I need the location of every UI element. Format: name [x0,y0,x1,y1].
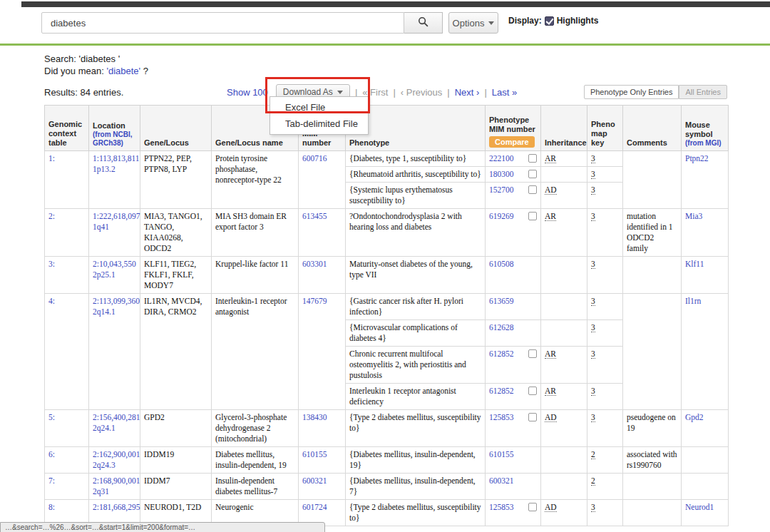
mim-number-link[interactable]: 610155 [302,450,327,459]
header-mouse-symbol: Mouse symbol (from MGI) [682,106,729,151]
phenotype-mim-link[interactable]: 610508 [489,259,514,270]
entries-view-toggle: Phenotype Only Entries All Entries [584,85,727,99]
pheno-map-key-value: 3 [591,503,595,512]
genomic-context-link[interactable]: 7: [48,476,55,485]
show-100-link[interactable]: Show 100 [227,87,268,98]
phenotype-cell: {Diabetes, type 1, susceptibility to} [346,151,486,167]
header-comments: Comments [623,106,682,151]
genomic-context-link[interactable]: 4: [48,297,55,305]
mim-number-link[interactable]: 600321 [302,476,327,485]
phenotype-cell: {Type 2 diabetes mellitus, susceptibilit… [346,500,486,526]
search-bar: Options [41,12,498,34]
genomic-context-link[interactable]: 5: [48,413,55,421]
compare-checkbox[interactable] [528,413,537,421]
table-header-row: Genomic context table Location (from NCB… [45,106,729,151]
mouse-symbol-link[interactable]: Neurod1 [685,503,714,511]
phenotype-mim-link[interactable]: 619269 [489,211,514,222]
phenotype-mim-link[interactable]: 125853 [489,412,514,423]
location-link[interactable]: 1:222,618,097 [93,212,140,220]
search-button[interactable] [404,12,443,34]
chevron-down-icon [488,21,494,25]
compare-checkbox[interactable] [528,387,537,395]
location-band-link[interactable]: 2p25.1 [93,270,115,279]
mouse-symbol-link[interactable]: Gpd2 [685,413,704,421]
search-input[interactable] [41,12,404,34]
phenotype-cell: {Systemic lupus erythematosus susceptibi… [346,183,486,209]
mim-number-link[interactable]: 603301 [302,260,327,268]
location-band-link[interactable]: 2q24.3 [93,461,115,469]
genomic-context-link[interactable]: 2: [48,212,55,220]
phenotype-mim-link[interactable]: 612852 [489,386,514,397]
compare-checkbox[interactable] [528,503,537,511]
location-link[interactable]: 2:113,099,360 [93,297,140,305]
highlights-checkbox[interactable] [545,16,554,26]
genomic-context-link[interactable]: 8: [48,503,55,511]
location-band-link[interactable]: 2q14.1 [93,307,115,316]
phenotype-mim-link[interactable]: 600321 [489,476,514,486]
location-band-link[interactable]: 1p13.2 [93,165,115,173]
mim-number-link[interactable]: 138430 [302,413,327,421]
phenotype-mim-link[interactable]: 613659 [489,296,514,307]
menu-item-excel-file[interactable]: Excel File [270,99,368,116]
table-row: 3: 2:10,043,5502p25.1 KLF11, TIEG2, FKLF… [45,257,729,294]
mouse-symbol-link[interactable]: Il1rn [685,297,701,305]
phenotype-cell: {Diabetes mellitus, insulin-dependent, 1… [346,447,486,474]
phenotype-only-entries-button[interactable]: Phenotype Only Entries [584,85,679,99]
compare-button[interactable]: Compare [489,136,535,148]
phenotype-cell: Chronic recurrent multifocal osteomyelit… [346,347,486,384]
gene-name-cell: MIA SH3 domain ER export factor 3 [212,209,299,257]
menu-item-tab-delimited-file[interactable]: Tab-delimited File [270,116,368,132]
phenotype-mim-link[interactable]: 610155 [489,449,514,460]
location-link[interactable]: 2:168,900,001 [93,476,140,485]
compare-checkbox[interactable] [528,212,537,220]
mouse-symbol-link[interactable]: Klf11 [685,260,704,268]
top-dark-bar [21,1,770,7]
pheno-map-key-value: 2 [591,476,595,486]
genomic-context-link[interactable]: 6: [48,450,55,459]
gene-name-cell: Interleukin-1 receptor antagonist [212,294,299,410]
gene-locus-cell: MIA3, TANGO1, TANGO, KIAA0268, ODCD2 [140,209,212,257]
phenotype-mim-link[interactable]: 180300 [489,169,514,180]
mim-number-link[interactable]: 600716 [302,154,327,163]
phenotype-mim-link[interactable]: 125853 [489,502,514,513]
pheno-map-key-value: 3 [591,387,595,396]
search-icon [418,16,428,29]
compare-checkbox[interactable] [528,154,537,163]
location-band-link[interactable]: 1q41 [93,222,109,231]
comments-cell: mutation identified in 1 ODCD2 family [623,209,682,257]
pagination-previous: ‹ Previous [401,87,443,98]
phenotype-mim-link[interactable]: 612628 [489,322,514,333]
location-band-link[interactable]: 2q24.1 [93,424,115,432]
phenotype-mim-link[interactable]: 612852 [489,349,514,359]
location-link[interactable]: 2:181,668,295 [93,503,140,511]
header-phenotype-mim: Phenotype MIM number Compare [486,106,541,151]
compare-checkbox[interactable] [528,349,537,358]
pagination-next[interactable]: Next › [455,87,480,98]
header-location: Location (from NCBI, GRCh38) [89,106,140,151]
gene-name-cell: Glycerol-3-phosphate dehydrogenase 2 (mi… [212,410,299,447]
all-entries-button[interactable]: All Entries [679,85,727,99]
inheritance-value: AR [545,349,556,359]
options-button[interactable]: Options [448,12,498,34]
location-link[interactable]: 2:10,043,550 [93,260,136,268]
phenotype-mim-link[interactable]: 222100 [489,153,514,164]
pagination-last[interactable]: Last » [492,87,517,98]
genomic-context-link[interactable]: 3: [48,260,55,268]
table-row: 5: 2:156,400,2812q24.1 GPD2 Glycerol-3-p… [45,410,729,447]
location-link[interactable]: 2:162,900,001 [93,450,140,459]
did-you-mean-link[interactable]: 'diabete' [106,66,140,76]
mim-number-link[interactable]: 601724 [302,503,327,511]
mouse-symbol-link[interactable]: Ptpn22 [685,154,709,163]
location-link[interactable]: 2:156,400,281 [93,413,140,421]
mim-number-link[interactable]: 613455 [302,212,327,220]
compare-checkbox[interactable] [528,170,537,178]
location-band-link[interactable]: 2q31 [93,487,109,496]
genomic-context-link[interactable]: 1: [48,154,55,163]
location-link[interactable]: 1:113,813,811 [93,154,140,163]
display-label: Display: [508,16,542,26]
pheno-map-key-value: 3 [591,297,595,306]
mim-number-link[interactable]: 147679 [302,297,327,305]
compare-checkbox[interactable] [528,185,537,194]
mouse-symbol-link[interactable]: Mia3 [685,212,702,220]
phenotype-mim-link[interactable]: 152700 [489,185,514,195]
